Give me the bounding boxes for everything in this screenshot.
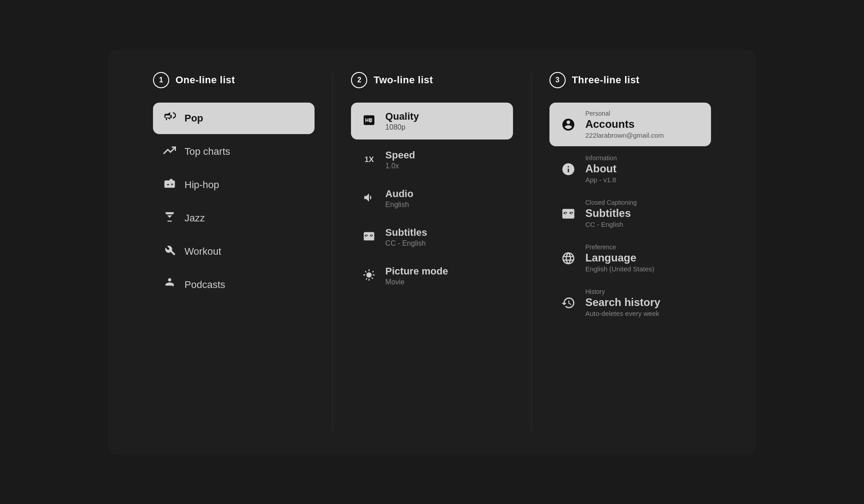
column-two-header: 2 Two-line list bbox=[351, 72, 513, 88]
list-item-jazz[interactable]: Jazz bbox=[153, 202, 315, 234]
audio-sublabel: English bbox=[385, 201, 413, 209]
quality-text: Quality 1080p bbox=[385, 111, 419, 131]
picture-mode-label: Picture mode bbox=[385, 266, 448, 277]
about-sublabel: App - v1.8 bbox=[585, 176, 617, 184]
accounts-overline: Personal bbox=[585, 110, 664, 117]
column-one-line: 1 One-line list Pop Top charts bbox=[135, 72, 333, 432]
speaker-icon bbox=[361, 191, 377, 206]
subtitles-label: Subtitles bbox=[385, 227, 427, 238]
subtitles-3-label: Subtitles bbox=[585, 207, 637, 220]
list-item-podcasts[interactable]: Podcasts bbox=[153, 269, 315, 301]
svg-point-0 bbox=[168, 278, 171, 281]
globe-icon bbox=[559, 251, 577, 266]
subtitles-text: Subtitles CC - English bbox=[385, 227, 427, 248]
subtitles-3-text: Closed Captioning Subtitles CC - English bbox=[585, 199, 637, 228]
podcasts-label: Podcasts bbox=[184, 279, 225, 291]
list-item-audio[interactable]: Audio English bbox=[351, 180, 513, 217]
subtitles-icon bbox=[361, 230, 377, 245]
subtitles-3-overline: Closed Captioning bbox=[585, 199, 637, 206]
speed-text: Speed 1.0x bbox=[385, 149, 415, 170]
radio-icon bbox=[163, 177, 176, 193]
accounts-sublabel: 222larabrown@gmail.com bbox=[585, 131, 664, 139]
account-circle-icon bbox=[559, 117, 577, 132]
list-item-quality[interactable]: Quality 1080p bbox=[351, 103, 513, 140]
list-item-picture-mode[interactable]: Picture mode Movie bbox=[351, 257, 513, 294]
hq-icon bbox=[361, 113, 377, 130]
badge-2: 2 bbox=[351, 72, 367, 88]
list-item-speed[interactable]: 1X Speed 1.0x bbox=[351, 141, 513, 178]
list-item-hip-hop[interactable]: Hip-hop bbox=[153, 169, 315, 201]
1x-icon: 1X bbox=[361, 155, 377, 164]
quality-sublabel: 1080p bbox=[385, 123, 419, 131]
language-overline: Preference bbox=[585, 243, 654, 251]
picture-mode-sublabel: Movie bbox=[385, 278, 448, 286]
language-label: Language bbox=[585, 252, 654, 264]
main-container: 1 One-line list Pop Top charts bbox=[108, 50, 756, 454]
list-item-accounts[interactable]: Personal Accounts 222larabrown@gmail.com bbox=[549, 103, 711, 146]
trending-up-icon bbox=[163, 144, 176, 159]
badge-1: 1 bbox=[153, 72, 169, 88]
speed-sublabel: 1.0x bbox=[385, 162, 415, 170]
list-item-about[interactable]: Information About App - v1.8 bbox=[549, 147, 711, 191]
list-item-language[interactable]: Preference Language English (United Stat… bbox=[549, 236, 711, 280]
column-three-header: 3 Three-line list bbox=[549, 72, 711, 88]
list-item-subtitles-3[interactable]: Closed Captioning Subtitles CC - English bbox=[549, 192, 711, 235]
list-item-subtitles[interactable]: Subtitles CC - English bbox=[351, 219, 513, 256]
list-item-search-history[interactable]: History Search history Auto-deletes ever… bbox=[549, 281, 711, 324]
subtitles-box-icon bbox=[559, 207, 577, 221]
search-history-label: Search history bbox=[585, 296, 661, 309]
column-two-line: 2 Two-line list Quality 1080p 1X Speed 1… bbox=[333, 72, 531, 432]
workout-label: Workout bbox=[184, 246, 221, 257]
about-text: Information About App - v1.8 bbox=[585, 154, 617, 184]
picture-mode-text: Picture mode Movie bbox=[385, 266, 448, 286]
wrench-icon bbox=[163, 244, 176, 259]
jazz-label: Jazz bbox=[184, 212, 205, 224]
column-two-title: Two-line list bbox=[374, 74, 433, 86]
brightness-icon bbox=[361, 269, 377, 284]
list-item-pop[interactable]: Pop bbox=[153, 103, 315, 134]
language-sublabel: English (United States) bbox=[585, 265, 654, 273]
wine-glass-icon bbox=[163, 211, 176, 226]
search-history-overline: History bbox=[585, 288, 661, 295]
audio-text: Audio English bbox=[385, 188, 413, 209]
hip-hop-label: Hip-hop bbox=[184, 179, 219, 191]
pop-label: Pop bbox=[184, 112, 203, 124]
speed-label: Speed bbox=[385, 149, 415, 161]
audio-label: Audio bbox=[385, 188, 413, 200]
list-item-top-charts[interactable]: Top charts bbox=[153, 136, 315, 167]
column-three-title: Three-line list bbox=[572, 74, 640, 86]
subtitles-sublabel: CC - English bbox=[385, 239, 427, 248]
column-one-header: 1 One-line list bbox=[153, 72, 315, 88]
list-item-workout[interactable]: Workout bbox=[153, 236, 315, 267]
badge-3: 3 bbox=[549, 72, 566, 88]
history-icon bbox=[559, 296, 577, 310]
quality-label: Quality bbox=[385, 111, 419, 122]
accounts-text: Personal Accounts 222larabrown@gmail.com bbox=[585, 110, 664, 139]
column-one-title: One-line list bbox=[176, 74, 235, 86]
search-history-text: History Search history Auto-deletes ever… bbox=[585, 288, 661, 317]
accounts-label: Accounts bbox=[585, 118, 664, 130]
top-charts-label: Top charts bbox=[184, 146, 230, 158]
search-history-sublabel: Auto-deletes every week bbox=[585, 310, 661, 317]
column-three-line: 3 Three-line list Personal Accounts 222l… bbox=[531, 72, 729, 432]
info-circle-icon bbox=[559, 162, 577, 176]
megaphone-icon bbox=[163, 111, 176, 126]
person-audio-icon bbox=[163, 277, 176, 292]
language-text: Preference Language English (United Stat… bbox=[585, 243, 654, 273]
about-label: About bbox=[585, 162, 617, 175]
about-overline: Information bbox=[585, 154, 617, 162]
subtitles-3-sublabel: CC - English bbox=[585, 220, 637, 228]
